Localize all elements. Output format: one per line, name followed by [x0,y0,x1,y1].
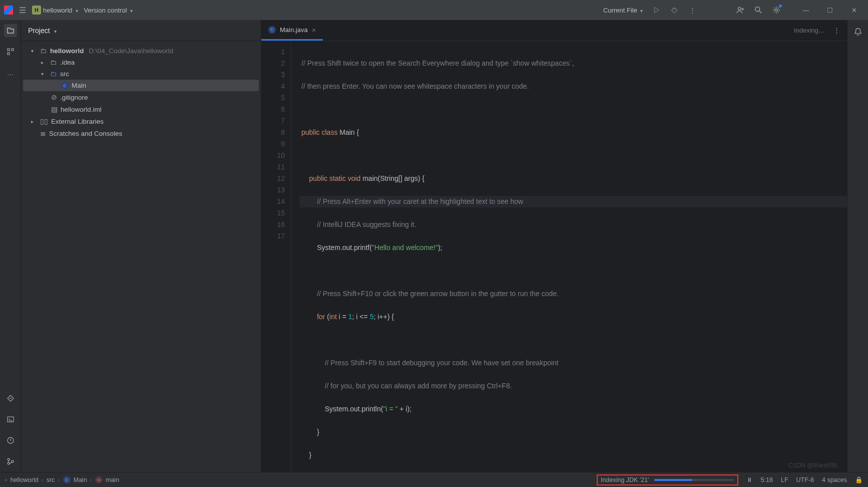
crumb[interactable]: main [106,476,119,483]
vcs-switcher[interactable]: Version control [84,7,133,14]
project-tree: ▾ 🗀 helloworld D:\04_Code\Java\helloworl… [21,41,261,472]
project-panel-title: Project [28,27,50,35]
chevron-down-icon [639,7,643,14]
class-icon: C [268,26,276,34]
indexing-progress [654,479,734,481]
tree-root[interactable]: ▾ 🗀 helloworld D:\04_Code\Java\helloworl… [23,45,259,57]
right-tool-strip [847,20,868,472]
folder-icon: 🗀 [50,59,57,66]
code-editor[interactable]: 12 34 567 8910 111213 141516 17 // Press… [261,41,847,472]
indent-label[interactable]: 4 spaces [822,476,847,483]
crumb[interactable]: helloworld [10,476,38,483]
code-body[interactable]: // Press Shift twice to open the Search … [291,41,847,472]
indexing-label: Indexing… [794,27,825,34]
notifications-icon[interactable] [851,25,864,38]
main-menu-icon[interactable]: ☰ [19,6,26,15]
svg-point-2 [755,7,760,12]
tab-more-icon[interactable]: ⋮ [832,26,841,35]
line-separator[interactable]: LF [781,476,788,483]
close-button[interactable]: ✕ [844,7,864,14]
class-icon: C [61,82,69,89]
project-panel-header[interactable]: Project [21,20,261,41]
editor-tab[interactable]: C Main.java × [261,20,323,41]
tree-file-main[interactable]: C Main [23,80,259,91]
tree-external-libraries[interactable]: ▸▯▯ External Libraries [23,115,259,127]
tree-label: src [60,70,69,78]
indexing-text: Indexing JDK '21' [601,476,649,483]
add-user-icon[interactable] [736,6,745,15]
status-bar: ▫ helloworld› src› C Main› m main Indexi… [0,472,868,487]
titlebar: ☰ H helloworld Version control Current F… [0,0,868,20]
tree-file-gitignore[interactable]: ⊘ .gitignore [23,91,259,103]
run-config-selector[interactable]: Current File [603,7,643,14]
chevron-down-icon [129,7,133,14]
svg-rect-4 [8,49,10,51]
tree-label: External Libraries [51,118,104,125]
more-icon[interactable]: ⋮ [688,6,697,15]
caret-position[interactable]: 5:18 [761,476,773,483]
tree-label: .gitignore [60,94,88,101]
svg-point-11 [8,462,10,464]
project-name: helloworld [43,7,73,14]
run-config-label: Current File [603,7,637,14]
svg-point-10 [8,458,10,460]
tree-label: helloworld [50,47,84,55]
source-folder-icon: 🗀 [50,70,57,78]
left-tool-strip: … [0,20,21,472]
svg-rect-5 [12,49,14,51]
search-icon[interactable] [754,6,763,15]
intellij-icon [4,6,13,15]
crumb[interactable]: src [47,476,55,483]
svg-point-3 [775,9,778,12]
pause-indexing-icon[interactable]: ⏸ [746,476,753,483]
run-icon[interactable] [652,6,661,15]
ignore-icon: ⊘ [51,93,57,101]
vcs-tool-icon[interactable] [4,455,17,468]
tree-scratches[interactable]: ≣ Scratches and Consoles [23,127,259,139]
class-icon: C [63,476,71,483]
project-panel: Project ▾ 🗀 helloworld D:\04_Code\Java\h… [21,20,261,472]
chevron-down-icon [53,27,57,35]
svg-point-1 [738,8,741,10]
svg-rect-6 [8,53,10,55]
file-icon: ▤ [51,105,58,113]
breadcrumbs[interactable]: ▫ helloworld› src› C Main› m main [5,476,119,483]
scratches-icon: ≣ [40,129,46,137]
project-tool-icon[interactable] [4,24,17,37]
tree-label: Main [72,82,86,89]
structure-tool-icon[interactable] [4,45,17,58]
tree-path: D:\04_Code\Java\helloworld [89,47,174,55]
folder-icon: 🗀 [40,47,47,55]
svg-point-0 [672,9,676,13]
library-icon: ▯▯ [40,117,48,125]
minimize-button[interactable]: — [796,7,816,14]
tree-label: helloworld.iml [61,106,102,113]
services-tool-icon[interactable] [4,392,17,405]
method-icon: m [95,476,103,483]
problems-tool-icon[interactable] [4,434,17,447]
indexing-status[interactable]: Indexing JDK '21' [597,474,738,485]
maximize-button[interactable]: ☐ [820,7,840,14]
tree-label: .idea [60,59,75,66]
editor-tabs: C Main.java × Indexing… ⋮ [261,20,847,41]
tab-label: Main.java [280,26,308,34]
file-encoding[interactable]: UTF-8 [796,476,814,483]
close-tab-icon[interactable]: × [312,26,316,34]
project-badge: H [32,6,41,15]
chevron-down-icon [75,7,78,14]
editor-gutter: 12 34 567 8910 111213 141516 17 [261,41,291,472]
project-switcher[interactable]: H helloworld [32,6,78,15]
more-tools-icon[interactable]: … [4,66,17,79]
debug-icon[interactable] [670,6,679,15]
editor-area...(main region): C Main.java × Indexing… ⋮ 12 34 567 8910… [261,20,847,472]
settings-icon[interactable] [772,6,781,15]
crumb[interactable]: Main [74,476,87,483]
tree-folder-idea[interactable]: ▸🗀 .idea [23,57,259,68]
terminal-tool-icon[interactable] [4,413,17,426]
module-icon: ▫ [5,476,7,483]
tree-label: Scratches and Consoles [49,130,122,137]
tree-file-iml[interactable]: ▤ helloworld.iml [23,103,259,115]
lock-icon[interactable]: 🔒 [855,476,863,483]
watermark: CSDN @Want695 [788,462,837,469]
tree-folder-src[interactable]: ▾🗀 src [23,68,259,80]
